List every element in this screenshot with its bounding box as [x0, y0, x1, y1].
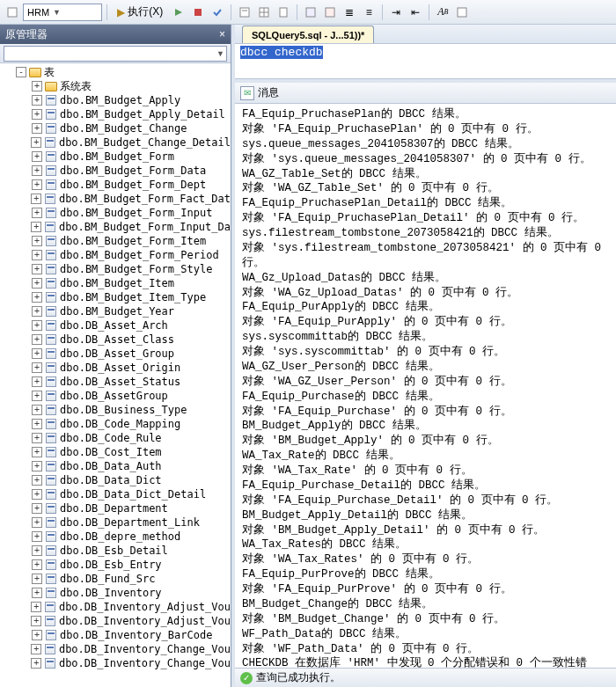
- tree-table[interactable]: +dbo.DB_Inventory_Change_Vou: [0, 656, 231, 670]
- tree-table[interactable]: +dbo.DB_Inventory_Change_Vou: [0, 642, 231, 656]
- expand-icon[interactable]: +: [32, 165, 42, 176]
- expand-icon[interactable]: +: [32, 376, 42, 387]
- parse-button[interactable]: [209, 4, 226, 21]
- expand-icon[interactable]: +: [32, 419, 42, 429]
- indent-button[interactable]: ⇥: [387, 4, 405, 21]
- expand-icon[interactable]: +: [32, 362, 42, 373]
- expand-icon[interactable]: +: [32, 447, 42, 457]
- tree-table[interactable]: +dbo.BM_Budget_Form: [0, 150, 231, 164]
- tree-table[interactable]: +dbo.BM_Budget_Apply: [0, 93, 231, 107]
- tree-table[interactable]: +dbo.DB_Asset_Group: [0, 347, 231, 361]
- tree-table[interactable]: +dbo.DB_Business_Type: [0, 403, 231, 417]
- expand-icon[interactable]: +: [32, 348, 42, 359]
- tb-button[interactable]: [453, 4, 471, 21]
- expand-icon[interactable]: +: [31, 602, 41, 612]
- result-text-button[interactable]: [236, 4, 253, 21]
- debug-button[interactable]: [170, 4, 187, 21]
- close-icon[interactable]: ×: [219, 28, 225, 40]
- tree-table[interactable]: +dbo.BM_Budget_Change_Detail: [0, 135, 231, 150]
- expand-icon[interactable]: +: [32, 151, 42, 162]
- tree-folder-tables[interactable]: -表: [0, 65, 231, 79]
- expand-icon[interactable]: +: [32, 588, 42, 598]
- expand-icon[interactable]: +: [32, 630, 42, 640]
- stop-button[interactable]: [189, 4, 207, 21]
- messages-pane[interactable]: FA_Equip_PruchasePlan的 DBCC 结果。对象 'FA_Eq…: [235, 104, 616, 668]
- tree-table[interactable]: +dbo.DB_AssetGroup: [0, 389, 231, 403]
- tree-table[interactable]: +dbo.DB_Esb_Entry: [0, 558, 231, 572]
- tree-table[interactable]: +dbo.DB_Fund_Src: [0, 572, 231, 586]
- expand-icon[interactable]: +: [31, 194, 41, 204]
- expand-icon[interactable]: +: [32, 250, 42, 260]
- expand-icon[interactable]: -: [16, 67, 26, 77]
- expand-icon[interactable]: +: [32, 545, 42, 556]
- toolbar-button-1[interactable]: [4, 4, 21, 21]
- tree-table[interactable]: +dbo.BM_Budget_Item: [0, 276, 231, 290]
- expand-icon[interactable]: +: [32, 278, 42, 289]
- tree-table[interactable]: +dbo.BM_Budget_Form_Item: [0, 234, 231, 248]
- expand-icon[interactable]: +: [32, 236, 42, 246]
- explorer-dropdown[interactable]: ▼: [4, 46, 227, 62]
- tree-table[interactable]: +dbo.DB_Department: [0, 501, 231, 515]
- tree-table[interactable]: +dbo.DB_Asset_Status: [0, 375, 231, 389]
- expand-icon[interactable]: +: [32, 320, 42, 331]
- expand-icon[interactable]: +: [32, 489, 42, 500]
- tree-table[interactable]: +dbo.BM_Budget_Item_Type: [0, 290, 231, 304]
- tree-table[interactable]: +dbo.BM_Budget_Form_Fact_Dat: [0, 192, 231, 206]
- tree-table[interactable]: +dbo.DB_Data_Auth: [0, 459, 231, 473]
- tree-table[interactable]: +dbo.BM_Budget_Form_Dept: [0, 178, 231, 192]
- tree-table[interactable]: +dbo.DB_Asset_Arch: [0, 318, 231, 333]
- tree-table[interactable]: +dbo.BM_Budget_Apply_Detail: [0, 107, 231, 121]
- uncomment-button[interactable]: [321, 4, 339, 21]
- tree-table[interactable]: +dbo.DB_Asset_Class: [0, 333, 231, 347]
- tree-table[interactable]: +dbo.DB_Data_Dict: [0, 473, 231, 487]
- object-tree[interactable]: -表+系统表+dbo.BM_Budget_Apply+dbo.BM_Budget…: [0, 63, 231, 687]
- tb-button[interactable]: ≡: [360, 4, 378, 21]
- expand-icon[interactable]: +: [31, 616, 41, 626]
- tree-table[interactable]: +dbo.BM_Budget_Form_Data: [0, 164, 231, 178]
- expand-icon[interactable]: +: [32, 574, 42, 584]
- expand-icon[interactable]: +: [32, 517, 42, 528]
- expand-icon[interactable]: +: [32, 81, 42, 91]
- tree-table[interactable]: +dbo.DB_Esb_Detail: [0, 544, 231, 558]
- expand-icon[interactable]: +: [32, 475, 42, 486]
- tree-table[interactable]: +dbo.DB_Code_Rule: [0, 431, 231, 445]
- font-button[interactable]: AB: [434, 4, 451, 21]
- expand-icon[interactable]: +: [31, 644, 41, 654]
- execute-button[interactable]: ▶ 执行(X): [112, 4, 168, 21]
- expand-icon[interactable]: +: [32, 292, 42, 303]
- tree-table[interactable]: +dbo.DB_Department_Link: [0, 515, 231, 530]
- expand-icon[interactable]: +: [32, 264, 42, 274]
- sql-editor[interactable]: dbcc checkdb: [235, 44, 616, 79]
- tree-table[interactable]: +dbo.DB_Data_Dict_Detail: [0, 487, 231, 501]
- expand-icon[interactable]: +: [32, 503, 42, 514]
- editor-tab[interactable]: SQLQuery5.sql - J...51))*: [242, 26, 374, 43]
- tree-table[interactable]: +dbo.DB_Inventory: [0, 586, 231, 600]
- tree-table[interactable]: +dbo.BM_Budget_Form_Input: [0, 206, 231, 220]
- database-combo[interactable]: HRM▼: [23, 4, 102, 21]
- tree-table[interactable]: +dbo.DB_Asset_Origin: [0, 361, 231, 375]
- tree-folder-system-tables[interactable]: +系统表: [0, 79, 231, 93]
- expand-icon[interactable]: +: [32, 208, 42, 218]
- tree-table[interactable]: +dbo.BM_Budget_Form_Input_Da: [0, 220, 231, 234]
- tree-table[interactable]: +dbo.DB_Inventory_Adjust_Vou: [0, 614, 231, 628]
- expand-icon[interactable]: +: [32, 531, 42, 542]
- tree-table[interactable]: +dbo.BM_Budget_Change: [0, 121, 231, 135]
- expand-icon[interactable]: +: [31, 658, 41, 669]
- expand-icon[interactable]: +: [32, 109, 42, 120]
- tree-table[interactable]: +dbo.BM_Budget_Form_Style: [0, 262, 231, 276]
- tree-table[interactable]: +dbo.DB_Inventory_Adjust_Vou: [0, 600, 231, 614]
- result-file-button[interactable]: [275, 4, 292, 21]
- expand-icon[interactable]: +: [32, 95, 42, 106]
- expand-icon[interactable]: +: [32, 306, 42, 317]
- expand-icon[interactable]: +: [32, 405, 42, 415]
- outdent-button[interactable]: ⇤: [407, 4, 424, 21]
- tree-table[interactable]: +dbo.BM_Budget_Form_Period: [0, 248, 231, 262]
- expand-icon[interactable]: +: [32, 179, 42, 190]
- expand-icon[interactable]: +: [32, 334, 42, 345]
- comment-button[interactable]: [302, 4, 319, 21]
- expand-icon[interactable]: +: [32, 461, 42, 471]
- tree-table[interactable]: +dbo.DB_depre_method: [0, 530, 231, 544]
- expand-icon[interactable]: +: [31, 222, 41, 232]
- expand-icon[interactable]: +: [31, 137, 41, 148]
- tree-table[interactable]: +dbo.BM_Budget_Year: [0, 304, 231, 318]
